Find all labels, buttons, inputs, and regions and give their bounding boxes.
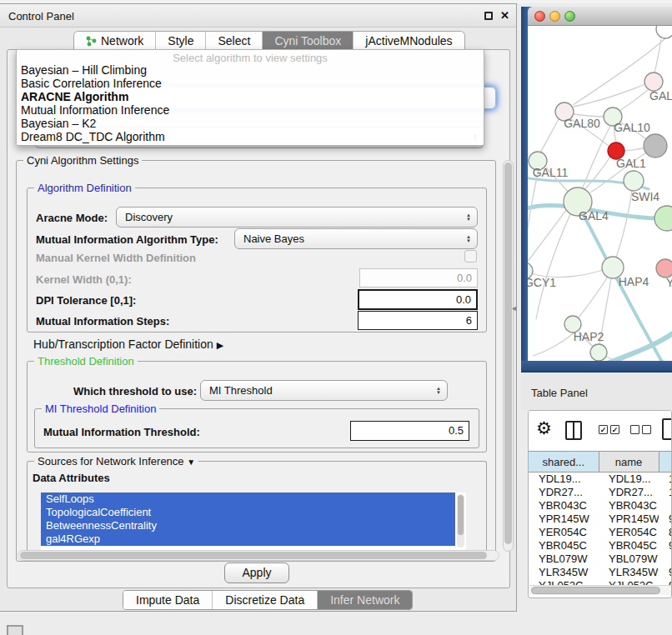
- gear-icon[interactable]: ⚙: [536, 418, 552, 438]
- table-cell[interactable]: YPR145W: [529, 512, 599, 526]
- table-cell[interactable]: YBL079W: [599, 552, 659, 566]
- table-cell[interactable]: [659, 552, 672, 566]
- table-cell[interactable]: YLR345W: [529, 566, 599, 579]
- settings-vertical-scrollbar[interactable]: [503, 160, 514, 552]
- table-cell[interactable]: 9.: [659, 512, 672, 526]
- document-icon[interactable]: [662, 418, 672, 440]
- algorithm-option-list: Bayesian – Hill ClimbingBasic Correlatio…: [17, 63, 484, 143]
- zoom-traffic-light[interactable]: [564, 11, 575, 22]
- column-header-shared...[interactable]: shared...: [529, 452, 599, 472]
- tab-style[interactable]: Style: [156, 32, 206, 50]
- sources-toggle[interactable]: Sources for Network Inference ▼: [34, 455, 198, 468]
- table-cell[interactable]: 13: [659, 472, 672, 486]
- algorithm-option[interactable]: Basic Correlation Inference: [17, 77, 484, 90]
- aracne-mode-combo[interactable]: Discovery ▲▼: [116, 207, 478, 228]
- mi-type-combo[interactable]: Naive Bayes ▲▼: [234, 228, 478, 249]
- apply-button[interactable]: Apply: [224, 562, 289, 583]
- attribute-item[interactable]: TopologicalCoefficient: [41, 506, 455, 519]
- column-header-name[interactable]: name: [599, 452, 659, 472]
- restore-icon[interactable]: [484, 12, 493, 20]
- table-cell[interactable]: 8.: [659, 526, 672, 539]
- network-node-swi4[interactable]: [624, 171, 644, 191]
- table-cell[interactable]: YDR27...: [599, 486, 659, 499]
- hub-definition-toggle[interactable]: Hub/Transcription Factor Definition ▶: [33, 338, 223, 351]
- table-horizontal-scrollbar[interactable]: [529, 585, 672, 595]
- network-node[interactable]: [644, 134, 667, 158]
- deselect-all-checkboxes-icon[interactable]: [630, 425, 651, 434]
- table-row[interactable]: YDR27...YDR27...12: [529, 486, 672, 499]
- table-cell[interactable]: YER054C: [529, 526, 599, 539]
- table-row[interactable]: YBL079WYBL079W: [529, 552, 672, 566]
- network-node[interactable]: [656, 26, 672, 38]
- attribute-item[interactable]: gal4RGexp: [41, 532, 455, 546]
- settings-horizontal-scrollbar[interactable]: [18, 550, 499, 561]
- table-cell[interactable]: YER054C: [599, 526, 659, 539]
- scrollbar-thumb[interactable]: [531, 587, 660, 594]
- network-window-titlebar[interactable]: [528, 7, 672, 26]
- column-header-extra[interactable]: [659, 452, 672, 472]
- scrollbar-thumb[interactable]: [504, 162, 512, 544]
- algorithm-option[interactable]: Mutual Information Inference: [17, 103, 484, 117]
- minimized-panel-icon[interactable]: [7, 625, 23, 635]
- close-icon[interactable]: ✕: [500, 9, 509, 22]
- algorithm-option[interactable]: Bayesian – Hill Climbing: [17, 63, 484, 77]
- tab-select[interactable]: Select: [206, 32, 263, 50]
- network-canvas[interactable]: GAL8GAL80GAL10GAL1GAL11SWI4GAL4GCY1HAP4Y…: [528, 26, 672, 361]
- table-row[interactable]: YLR345WYLR345W9.: [529, 566, 672, 579]
- tab-network[interactable]: Network: [74, 32, 156, 50]
- tab-cyni-toolbox[interactable]: Cyni Toolbox: [263, 32, 354, 50]
- dpi-tolerance-field[interactable]: 0.0: [358, 289, 478, 310]
- tab-jactivemnodules[interactable]: jActiveMNodules: [354, 32, 464, 50]
- node-label-swi4: SWI4: [631, 190, 659, 203]
- table-row[interactable]: YBR045CYBR045C9.: [529, 539, 672, 552]
- network-edge: [616, 191, 632, 258]
- algorithm-option[interactable]: Dream8 DC_TDC Algorithm: [17, 130, 484, 143]
- attributes-list-scrollbar[interactable]: [457, 494, 464, 548]
- table-cell[interactable]: YBR043C: [599, 499, 659, 512]
- table-row[interactable]: YDL19...YDL19...13: [529, 472, 672, 486]
- tab-impute-data[interactable]: Impute Data: [123, 591, 213, 609]
- kernel-width-field[interactable]: 0.0: [359, 268, 478, 288]
- mi-threshold-field[interactable]: 0.5: [350, 421, 469, 441]
- table-cell[interactable]: YPR145W: [599, 512, 659, 526]
- table-cell[interactable]: YBR045C: [599, 539, 659, 552]
- mi-steps-field[interactable]: 6: [358, 311, 478, 330]
- network-node-y[interactable]: [656, 259, 672, 278]
- split-columns-icon[interactable]: [565, 421, 582, 440]
- data-attributes-list: SelfLoopsTopologicalCoefficientBetweenne…: [41, 492, 466, 551]
- table-row[interactable]: YER054CYER054C8.: [529, 526, 672, 539]
- minimize-traffic-light[interactable]: [549, 11, 560, 22]
- network-edge: [584, 157, 610, 190]
- table-cell[interactable]: YDR27...: [529, 486, 599, 499]
- table-cell[interactable]: YBR045C: [529, 539, 599, 552]
- table-cell[interactable]: 9.: [659, 539, 672, 552]
- table-cell[interactable]: YBL079W: [529, 552, 599, 566]
- network-node-gal8[interactable]: [644, 72, 663, 91]
- table-cell[interactable]: YBR043C: [529, 499, 599, 512]
- table-cell[interactable]: 9.: [659, 566, 672, 579]
- tab-discretize-data[interactable]: Discretize Data: [213, 591, 318, 609]
- network-node[interactable]: [590, 344, 607, 361]
- close-traffic-light[interactable]: [534, 11, 545, 22]
- table-cell[interactable]: YDL19...: [599, 472, 659, 486]
- table-cell[interactable]: [659, 499, 672, 512]
- algorithm-option[interactable]: Bayesian – K2: [17, 117, 484, 130]
- table-cell[interactable]: 12: [659, 486, 672, 499]
- control-panel-tabbar: NetworkStyleSelectCyni ToolboxjActiveMNo…: [73, 31, 465, 50]
- table-cell[interactable]: YLR345W: [599, 566, 659, 579]
- attribute-item[interactable]: BetweennessCentrality: [41, 519, 455, 532]
- attribute-item[interactable]: SelfLoops: [41, 492, 455, 506]
- which-threshold-combo[interactable]: MI Threshold ▲▼: [200, 380, 448, 401]
- select-all-checkboxes-icon[interactable]: ✓✓: [599, 425, 619, 434]
- cyni-algorithm-settings-group: Cyni Algorithm Settings Algorithm Defini…: [16, 160, 496, 562]
- panel-resize-handle[interactable]: ◄: [510, 304, 518, 312]
- table-cell[interactable]: YDL19...: [529, 472, 599, 486]
- scrollbar-thumb[interactable]: [458, 495, 464, 535]
- table-row[interactable]: YBR043CYBR043C: [529, 499, 672, 512]
- scrollbar-thumb[interactable]: [20, 552, 487, 559]
- network-node[interactable]: [654, 206, 672, 231]
- tab-infer-network[interactable]: Infer Network: [318, 591, 412, 609]
- algorithm-option[interactable]: ARACNE Algorithm: [17, 90, 484, 103]
- manual-kernel-checkbox[interactable]: [464, 250, 477, 262]
- table-row[interactable]: YPR145WYPR145W9.: [529, 512, 672, 526]
